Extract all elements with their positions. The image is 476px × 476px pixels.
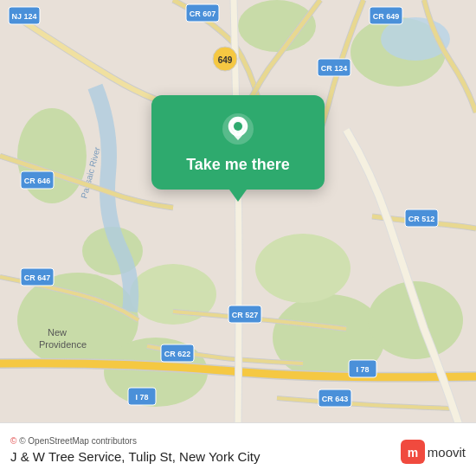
- svg-text:CR 607: CR 607: [190, 10, 216, 18]
- svg-text:I 78: I 78: [135, 393, 148, 402]
- svg-text:649: 649: [218, 55, 233, 65]
- svg-text:CR 622: CR 622: [164, 350, 191, 358]
- svg-text:CR 647: CR 647: [24, 273, 51, 282]
- svg-text:m: m: [408, 446, 418, 460]
- moovit-logo: m moovit: [401, 440, 466, 464]
- svg-text:CR 527: CR 527: [232, 311, 259, 319]
- svg-text:Providence: Providence: [39, 339, 87, 350]
- take-me-there-button[interactable]: Take me there: [186, 156, 290, 174]
- attribution-text: © OpenStreetMap contributors: [19, 436, 137, 446]
- svg-text:CR 646: CR 646: [24, 177, 51, 185]
- map-attribution: © © OpenStreetMap contributors: [10, 436, 466, 446]
- location-label: J & W Tree Service, Tulip St, New York C…: [10, 449, 466, 464]
- copyright-symbol: ©: [10, 436, 16, 446]
- svg-point-9: [255, 234, 351, 303]
- map: Passaic River: [0, 0, 476, 424]
- svg-text:CR 643: CR 643: [322, 395, 349, 403]
- svg-text:CR 124: CR 124: [321, 64, 348, 73]
- svg-text:NJ 124: NJ 124: [11, 12, 36, 21]
- popup-card[interactable]: Take me there: [151, 95, 325, 190]
- svg-text:I 78: I 78: [356, 365, 369, 374]
- bottom-bar: © © OpenStreetMap contributors J & W Tre…: [0, 422, 476, 476]
- moovit-label: moovit: [428, 445, 466, 460]
- svg-text:New: New: [48, 327, 67, 338]
- svg-point-44: [234, 122, 242, 131]
- location-pin-icon: [220, 111, 256, 147]
- svg-text:CR 649: CR 649: [373, 12, 400, 21]
- svg-text:CR 512: CR 512: [408, 215, 435, 223]
- moovit-brand-icon: m: [401, 440, 425, 464]
